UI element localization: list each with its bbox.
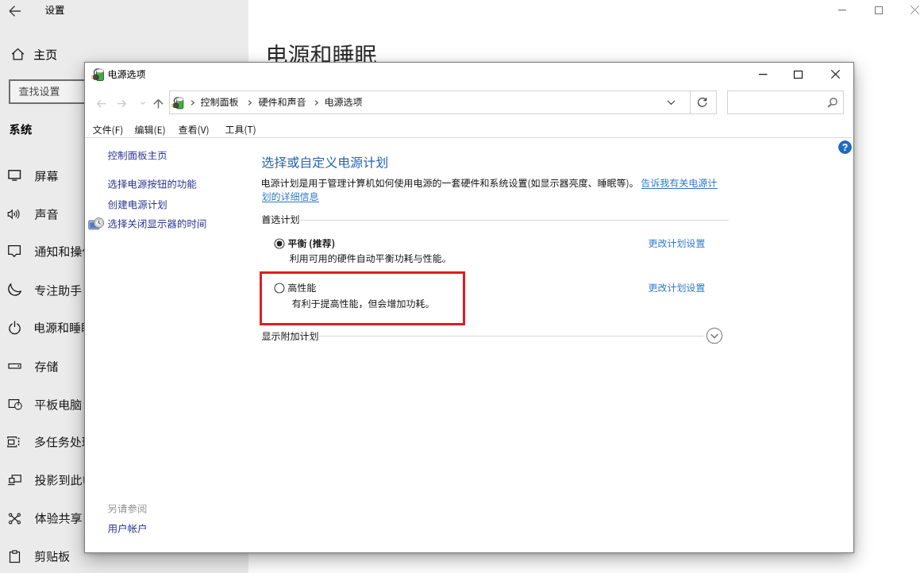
svg-text:?: ? (842, 142, 848, 153)
